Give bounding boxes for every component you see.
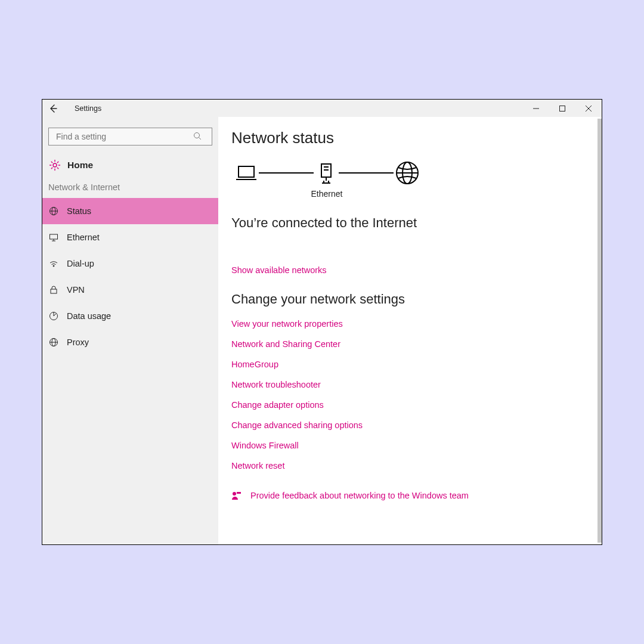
monitor-icon bbox=[48, 232, 59, 243]
sidebar-item-label: Dial-up bbox=[67, 259, 94, 268]
link-homegroup[interactable]: HomeGroup bbox=[231, 360, 597, 369]
back-button[interactable] bbox=[42, 100, 64, 117]
network-diagram bbox=[234, 160, 597, 185]
settings-window: Settings bbox=[42, 99, 602, 545]
laptop-icon bbox=[234, 160, 259, 185]
svg-rect-14 bbox=[51, 289, 57, 293]
globe-icon bbox=[48, 337, 59, 348]
connection-status-text: You’re connected to the Internet bbox=[231, 215, 597, 231]
back-arrow-icon bbox=[48, 104, 58, 113]
sidebar-item-datausage[interactable]: Data usage bbox=[42, 303, 218, 329]
sidebar-item-proxy[interactable]: Proxy bbox=[42, 329, 218, 355]
close-icon bbox=[586, 106, 592, 112]
titlebar: Settings bbox=[42, 100, 602, 117]
link-network-reset[interactable]: Network reset bbox=[231, 461, 597, 470]
link-windows-firewall[interactable]: Windows Firewall bbox=[231, 441, 597, 450]
window-body: Home Network & Internet Status Ethernet bbox=[42, 117, 602, 544]
page-title: Network status bbox=[231, 129, 597, 147]
sidebar-item-ethernet[interactable]: Ethernet bbox=[42, 224, 218, 250]
feedback-link[interactable]: Provide feedback about networking to the… bbox=[231, 491, 597, 500]
sidebar-item-label: VPN bbox=[67, 285, 85, 295]
show-networks-link[interactable]: Show available networks bbox=[231, 265, 597, 275]
svg-point-6 bbox=[53, 163, 57, 167]
sidebar-nav: Status Ethernet Dial-up bbox=[42, 198, 218, 355]
minimize-button[interactable] bbox=[523, 100, 549, 117]
piechart-icon bbox=[48, 311, 59, 321]
sidebar-item-label: Data usage bbox=[67, 311, 111, 321]
diagram-label: Ethernet bbox=[309, 189, 345, 199]
link-troubleshooter[interactable]: Network troubleshooter bbox=[231, 380, 597, 389]
sidebar-item-dialup[interactable]: Dial-up bbox=[42, 250, 218, 277]
svg-rect-1 bbox=[560, 106, 565, 111]
svg-rect-10 bbox=[50, 234, 58, 239]
home-button[interactable]: Home bbox=[42, 154, 218, 178]
svg-rect-27 bbox=[237, 492, 241, 494]
feedback-icon bbox=[231, 491, 242, 500]
search-input[interactable] bbox=[48, 128, 212, 145]
maximize-button[interactable] bbox=[549, 100, 575, 117]
diagram-line bbox=[259, 172, 314, 174]
router-icon bbox=[314, 160, 339, 185]
link-sharing-center[interactable]: Network and Sharing Center bbox=[231, 339, 597, 349]
dialup-icon bbox=[48, 258, 59, 269]
scrollbar[interactable] bbox=[597, 119, 602, 543]
link-advanced-sharing[interactable]: Change advanced sharing options bbox=[231, 420, 597, 430]
sidebar-category: Network & Internet bbox=[42, 178, 218, 198]
globe-icon bbox=[48, 206, 59, 216]
sidebar-item-label: Ethernet bbox=[67, 233, 100, 242]
main-content: Network status Ethernet You’re connec bbox=[218, 117, 602, 544]
diagram-line bbox=[339, 172, 394, 174]
gear-icon bbox=[48, 159, 61, 172]
sidebar-item-label: Status bbox=[67, 206, 91, 216]
close-button[interactable] bbox=[575, 100, 602, 117]
sidebar: Home Network & Internet Status Ethernet bbox=[42, 117, 218, 544]
feedback-text: Provide feedback about networking to the… bbox=[250, 491, 469, 500]
sidebar-item-status[interactable]: Status bbox=[42, 198, 218, 224]
svg-point-26 bbox=[233, 492, 236, 496]
change-settings-heading: Change your network settings bbox=[231, 292, 597, 307]
scroll-region[interactable]: Network status Ethernet You’re connec bbox=[218, 117, 597, 544]
svg-rect-19 bbox=[239, 166, 254, 177]
globe-large-icon bbox=[394, 160, 419, 185]
search-wrapper bbox=[42, 128, 218, 154]
sidebar-item-vpn[interactable]: VPN bbox=[42, 277, 218, 303]
vpn-icon bbox=[48, 284, 59, 295]
home-label: Home bbox=[67, 160, 93, 171]
window-title: Settings bbox=[64, 104, 101, 113]
svg-point-13 bbox=[53, 265, 54, 267]
link-adapter-options[interactable]: Change adapter options bbox=[231, 400, 597, 410]
sidebar-item-label: Proxy bbox=[67, 338, 89, 347]
link-view-properties[interactable]: View your network properties bbox=[231, 319, 597, 329]
maximize-icon bbox=[559, 106, 565, 112]
minimize-icon bbox=[533, 106, 539, 112]
window-controls bbox=[523, 100, 602, 117]
